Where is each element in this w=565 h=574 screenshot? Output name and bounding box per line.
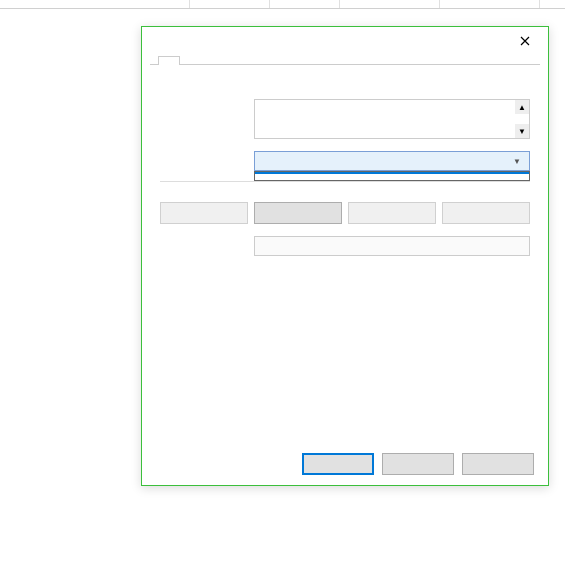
description-box: ▲ ▼ xyxy=(254,99,530,139)
close-button[interactable] xyxy=(510,29,540,53)
tab-recovery[interactable] xyxy=(202,55,224,64)
col-type[interactable] xyxy=(340,0,440,8)
col-name[interactable] xyxy=(0,0,190,8)
list-header xyxy=(0,0,565,9)
scroll-up-icon[interactable]: ▲ xyxy=(515,100,529,114)
titlebar[interactable] xyxy=(142,27,548,55)
col-desc[interactable] xyxy=(190,0,270,8)
services-list xyxy=(0,0,565,27)
tab-general[interactable] xyxy=(158,56,180,65)
stop-button[interactable] xyxy=(254,202,342,224)
ok-button[interactable] xyxy=(302,453,374,475)
col-logon[interactable] xyxy=(440,0,540,8)
table-row[interactable] xyxy=(0,9,565,27)
startup-dropdown xyxy=(254,171,530,181)
tabstrip xyxy=(150,55,540,65)
resume-button xyxy=(442,202,530,224)
close-icon xyxy=(520,36,530,46)
properties-dialog: ▲ ▼ ▼ xyxy=(141,26,549,486)
tab-logon[interactable] xyxy=(180,55,202,64)
col-status[interactable] xyxy=(270,0,340,8)
option-disabled[interactable] xyxy=(255,178,529,180)
apply-button[interactable] xyxy=(462,453,534,475)
separator xyxy=(160,181,530,182)
tab-dependencies[interactable] xyxy=(224,55,246,64)
pause-button xyxy=(348,202,436,224)
start-params-input[interactable] xyxy=(254,236,530,256)
cancel-button[interactable] xyxy=(382,453,454,475)
scroll-down-icon[interactable]: ▼ xyxy=(515,124,529,138)
chevron-down-icon: ▼ xyxy=(509,157,525,166)
start-button xyxy=(160,202,248,224)
startup-type-combo[interactable]: ▼ xyxy=(254,151,530,171)
